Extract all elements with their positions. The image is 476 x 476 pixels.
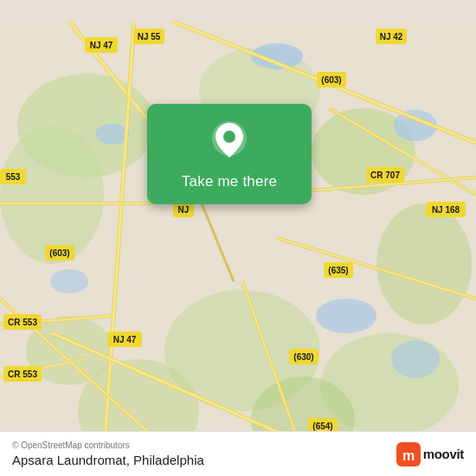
svg-text:(603): (603) bbox=[321, 75, 341, 85]
svg-text:(635): (635) bbox=[328, 266, 348, 275]
svg-point-2 bbox=[0, 125, 104, 264]
svg-point-5 bbox=[376, 203, 472, 325]
svg-point-73 bbox=[223, 131, 235, 143]
svg-text:CR 553: CR 553 bbox=[8, 370, 37, 379]
svg-text:m: m bbox=[402, 448, 415, 463]
svg-point-15 bbox=[391, 340, 440, 378]
svg-text:NJ 42: NJ 42 bbox=[380, 32, 403, 42]
svg-text:553: 553 bbox=[6, 172, 21, 182]
action-card: Take me there bbox=[147, 104, 312, 204]
take-me-there-button[interactable]: Take me there bbox=[182, 173, 277, 190]
svg-text:(603): (603) bbox=[49, 248, 69, 258]
svg-text:CR 707: CR 707 bbox=[370, 170, 400, 180]
location-pin-icon bbox=[209, 119, 250, 164]
svg-point-14 bbox=[316, 299, 376, 333]
bottom-bar: © OpenStreetMap contributors Apsara Laun… bbox=[0, 431, 476, 476]
svg-text:NJ: NJ bbox=[178, 205, 190, 215]
svg-point-16 bbox=[50, 269, 88, 293]
attribution: © OpenStreetMap contributors bbox=[12, 441, 204, 450]
svg-text:NJ 55: NJ 55 bbox=[138, 32, 161, 42]
moovit-icon: m bbox=[396, 442, 421, 466]
svg-text:NJ 168: NJ 168 bbox=[432, 205, 460, 215]
map-background: NJ 47 NJ 55 NJ 42 (603) CR 707 553 NJ NJ… bbox=[0, 0, 476, 476]
map-container: NJ 47 NJ 55 NJ 42 (603) CR 707 553 NJ NJ… bbox=[0, 0, 476, 476]
svg-text:(630): (630) bbox=[293, 352, 313, 362]
location-icon-wrapper bbox=[207, 119, 252, 164]
svg-text:CR 553: CR 553 bbox=[8, 318, 37, 327]
moovit-logo: m moovit bbox=[396, 442, 464, 466]
svg-text:(654): (654) bbox=[312, 421, 332, 431]
bottom-left: © OpenStreetMap contributors Apsara Laun… bbox=[12, 441, 204, 467]
svg-text:NJ 47: NJ 47 bbox=[90, 41, 113, 50]
location-name: Apsara Laundromat, Philadelphia bbox=[12, 453, 204, 467]
moovit-text: moovit bbox=[423, 447, 464, 461]
svg-text:NJ 47: NJ 47 bbox=[113, 335, 137, 344]
